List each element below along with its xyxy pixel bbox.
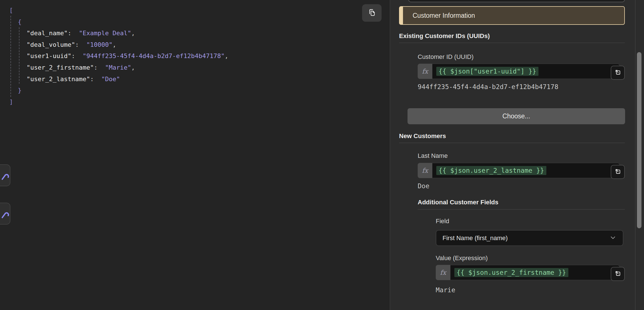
json-token-string: "Marie"	[105, 64, 131, 71]
last-name-expression-input[interactable]: fx {{ $json.user_2_lastname }}	[418, 163, 620, 178]
value-expression-input[interactable]: fx {{ $json.user_2_firstname }}	[436, 265, 620, 280]
field-label: Field	[436, 218, 449, 225]
json-token-key: "user1-uuid"	[27, 52, 71, 59]
json-line: ]	[0, 96, 367, 108]
expand-icon	[614, 270, 621, 278]
notice-header-label: Customer Information	[400, 12, 475, 19]
node-parameters-panel: Customer Information Existing Customer I…	[391, 0, 644, 310]
customer-id-label: Customer ID (UUID)	[418, 53, 474, 61]
expression-input[interactable]: {{ $json.user_2_lastname }}	[432, 163, 620, 178]
json-line: "user_2_firstname": "Marie",	[0, 62, 367, 74]
section-heading-additional-fields: Additional Customer Fields	[418, 199, 498, 206]
mapping-pill-button[interactable]	[0, 203, 10, 225]
json-line: "user_2_lastname": "Doe"	[0, 74, 367, 85]
json-input-panel: [{"deal_name": "Example Deal","deal_volu…	[0, 0, 390, 310]
expression-text: {{ $json.user_2_firstname }}	[454, 268, 568, 277]
field-select[interactable]: First Name (first_name)	[436, 230, 623, 246]
json-token-string: "10000"	[86, 41, 113, 48]
field-select-value: First Name (first_name)	[443, 234, 508, 242]
customer-id-expression-input[interactable]: fx {{ $json["user1-uuid"] }}	[418, 64, 620, 79]
scrollbar-thumb[interactable]	[637, 52, 641, 228]
expression-input[interactable]: {{ $json["user1-uuid"] }}	[432, 64, 620, 79]
json-token-punct: :	[68, 30, 79, 37]
section-divider	[399, 143, 625, 143]
choose-button[interactable]: Choose...	[408, 108, 625, 124]
expression-text: {{ $json.user_2_lastname }}	[436, 166, 546, 175]
open-expression-editor-button[interactable]	[611, 165, 625, 179]
json-token-key: "user_2_lastname"	[27, 76, 90, 83]
customer-id-resolved-value: 944ff235-45f4-4d4a-b2d7-ef12b4b47178	[418, 83, 558, 90]
json-line: {	[0, 16, 367, 28]
json-token-punct: :	[75, 41, 86, 48]
json-line: "user1-uuid": "944ff235-45f4-4d4a-b2d7-e…	[0, 50, 367, 62]
json-line: }	[0, 85, 367, 96]
json-token-string: "Doe"	[101, 76, 120, 83]
section-heading-new-customers: New Customers	[399, 132, 446, 140]
json-token-bracket: [	[9, 7, 13, 14]
section-divider	[418, 209, 625, 210]
fx-badge: fx	[418, 64, 432, 79]
json-code: [{"deal_name": "Example Deal","deal_volu…	[0, 5, 367, 108]
json-token-punct: ,	[131, 30, 135, 37]
copy-button[interactable]	[362, 4, 382, 22]
last-name-resolved-value: Doe	[418, 182, 430, 190]
json-token-punct: :	[90, 76, 101, 83]
notice-header: Customer Information	[399, 6, 625, 25]
json-token-key: "user_2_firstname"	[27, 64, 94, 71]
previous-input-sliver	[408, 0, 625, 2]
json-token-punct: ,	[225, 52, 228, 59]
json-token-punct: :	[71, 52, 83, 59]
json-token-key: "deal_name"	[27, 30, 68, 37]
open-expression-editor-button[interactable]	[611, 66, 625, 80]
expression-text: {{ $json["user1-uuid"] }}	[436, 67, 538, 76]
json-token-bracket: {	[18, 18, 21, 25]
json-token-string: "Example Deal"	[79, 30, 131, 37]
expand-icon	[614, 168, 621, 176]
last-name-label: Last Name	[418, 152, 448, 160]
json-token-punct: :	[94, 64, 105, 71]
scrollbar-track	[635, 0, 636, 310]
chevron-down-icon	[609, 234, 617, 242]
json-line: "deal_name": "Example Deal",	[0, 28, 367, 39]
copy-icon	[367, 8, 376, 18]
json-token-string: "944ff235-45f4-4d4a-b2d7-ef12b4b47178"	[83, 52, 225, 59]
choose-button-label: Choose...	[502, 112, 530, 120]
json-token-punct: ,	[113, 41, 116, 48]
expression-input[interactable]: {{ $json.user_2_firstname }}	[450, 265, 620, 280]
json-line: "deal_volume": "10000",	[0, 39, 367, 51]
json-line: [	[0, 5, 367, 16]
notice-accent-bar	[400, 7, 403, 24]
json-token-bracket: ]	[9, 98, 13, 105]
fx-badge: fx	[418, 163, 432, 178]
section-divider	[399, 43, 625, 43]
mapping-pill-button[interactable]	[0, 164, 10, 186]
open-expression-editor-button[interactable]	[611, 267, 625, 281]
json-token-bracket: }	[18, 87, 21, 94]
json-token-key: "deal_volume"	[27, 41, 75, 48]
value-expression-resolved-value: Marie	[436, 286, 455, 294]
value-expression-label: Value (Expression)	[436, 254, 488, 262]
expand-icon	[614, 68, 621, 77]
section-heading-existing: Existing Customer IDs (UUIDs)	[399, 32, 490, 40]
fx-badge: fx	[436, 265, 450, 280]
json-token-punct: ,	[131, 64, 135, 71]
